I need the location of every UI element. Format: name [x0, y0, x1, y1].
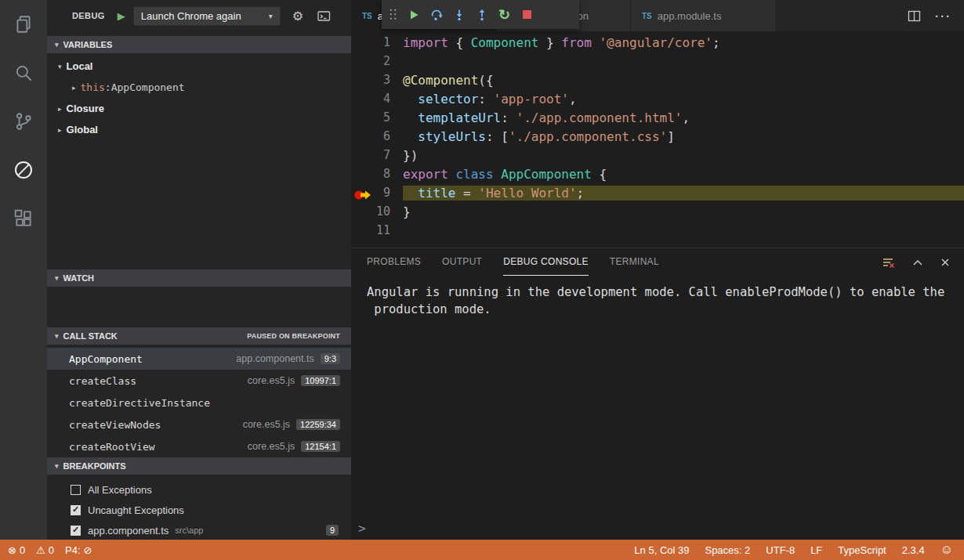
breakpoint-row[interactable]: All Exceptions [47, 479, 351, 500]
extensions-icon[interactable] [0, 194, 47, 243]
status-warnings[interactable]: ⚠0 [36, 544, 54, 556]
panel-tab-problems[interactable]: PROBLEMS [367, 248, 421, 276]
status-perforce[interactable]: P4:⊘ [65, 544, 92, 556]
call-stack-section-header[interactable]: ▾ CALL STACK PAUSED ON BREAKPOINT [47, 327, 351, 345]
gutter[interactable]: 8 [351, 167, 403, 181]
gutter[interactable]: 9 [351, 186, 403, 200]
editor-tab[interactable]: TSapp.module.ts [631, 0, 776, 31]
status-language-mode[interactable]: TypeScript [838, 544, 886, 556]
stop-button[interactable] [516, 4, 538, 26]
gutter[interactable]: 3 [351, 73, 403, 87]
line-number: 2 [383, 54, 390, 68]
call-stack-frame[interactable]: createClasscore.es5.js10997:1 [47, 370, 351, 392]
line-number: 11 [376, 223, 390, 237]
panel-tab-output[interactable]: OUTPUT [442, 248, 482, 276]
explorer-icon[interactable] [0, 0, 47, 49]
split-editor-icon[interactable] [908, 10, 921, 22]
gutter[interactable]: 2 [351, 54, 403, 68]
status-text: TypeScript [838, 544, 886, 556]
code-line[interactable]: 8export class AppComponent { [351, 164, 964, 183]
more-actions-icon[interactable]: ··· [935, 9, 951, 23]
variable-separator: : [105, 81, 111, 93]
gutter[interactable]: 4 [351, 92, 403, 106]
code-text: }) [403, 148, 964, 163]
code-line[interactable]: 1import { Component } from '@angular/cor… [351, 33, 964, 52]
breakpoint-checkbox[interactable] [71, 505, 81, 515]
breakpoints-list: All ExceptionsUncaught Exceptionsapp.com… [47, 475, 351, 540]
gutter[interactable]: 7 [351, 148, 403, 162]
step-into-button[interactable] [448, 4, 470, 26]
panel-tab-debug-console[interactable]: DEBUG CONSOLE [503, 248, 589, 276]
variables-list: ▾Local▸this: AppComponent▸Closure▸Global [47, 53, 351, 269]
code-text: title = 'Hello World'; [403, 186, 964, 201]
debug-console-toggle-icon[interactable] [317, 10, 331, 22]
restart-button[interactable]: ↻ [493, 4, 516, 26]
gutter[interactable]: 10 [351, 204, 403, 219]
status-feedback[interactable]: ☺ [940, 543, 953, 557]
breakpoint-checkbox[interactable] [71, 485, 81, 495]
variable-row[interactable]: ▸this: AppComponent [47, 77, 351, 98]
gutter[interactable]: 1 [351, 35, 403, 49]
status-errors[interactable]: ⊗0 [8, 544, 25, 556]
debug-icon[interactable] [0, 146, 47, 194]
errors-icon: ⊗ [8, 545, 16, 555]
panel-tab-terminal[interactable]: TERMINAL [610, 248, 659, 276]
code-line[interactable]: 10} [351, 202, 964, 221]
code-line[interactable]: 9 title = 'Hello World'; [351, 183, 964, 202]
step-over-button[interactable] [425, 4, 448, 26]
call-stack-frame[interactable]: AppComponentapp.component.ts9:3 [47, 348, 351, 370]
status-text: LF [810, 544, 822, 556]
continue-button[interactable] [402, 4, 425, 26]
breakpoint-row[interactable]: Uncaught Exceptions [47, 500, 351, 520]
call-stack-frame[interactable]: createViewNodescore.es5.js12259:34 [47, 414, 351, 435]
breakpoint-checkbox[interactable] [71, 526, 81, 536]
watch-section-header[interactable]: ▾ WATCH [47, 269, 351, 287]
status-indentation[interactable]: Spaces: 2 [705, 544, 750, 556]
status-typescript-version[interactable]: 2.3.4 [902, 544, 925, 556]
source-control-icon[interactable] [0, 97, 47, 146]
gutter[interactable]: 5 [351, 110, 403, 125]
close-panel-icon[interactable] [940, 258, 950, 267]
vscode-window: DEBUG ▶ Launch Chrome again ▾ ⚙ ▾ VARIAB… [0, 0, 964, 560]
launch-config-dropdown[interactable]: Launch Chrome again ▾ [133, 6, 281, 26]
scope-label: Local [67, 60, 93, 72]
code-line[interactable]: 3@Component({ [351, 70, 964, 89]
maximize-panel-icon[interactable] [912, 258, 923, 266]
status-encoding[interactable]: UTF-8 [766, 544, 795, 556]
call-stack-list: AppComponentapp.component.ts9:3createCla… [47, 345, 351, 457]
call-stack-frame[interactable]: createRootViewcore.es5.js12154:1 [47, 435, 351, 457]
console-prompt[interactable]: > [358, 521, 366, 536]
start-debugging-icon[interactable]: ▶ [118, 10, 125, 22]
variables-scope-row[interactable]: ▸Global [47, 119, 351, 140]
code-line[interactable]: 6 styleUrls: ['./app.component.css'] [351, 127, 964, 146]
code-editor[interactable]: 1import { Component } from '@angular/cor… [351, 31, 964, 247]
code-line[interactable]: 4 selector: 'app-root', [351, 89, 964, 108]
breakpoints-section-header[interactable]: ▾ BREAKPOINTS [47, 457, 351, 475]
line-number: 10 [376, 204, 390, 219]
breakpoint-row[interactable]: app.component.tssrc\app9 [47, 520, 351, 540]
status-text: 0 [49, 544, 54, 556]
variables-scope-row[interactable]: ▾Local [47, 56, 351, 77]
variables-scope-row[interactable]: ▸Closure [47, 98, 351, 119]
twisty-icon: ▾ [58, 63, 62, 70]
code-line[interactable]: 2 [351, 52, 964, 70]
call-stack-frame[interactable]: createDirectiveInstance [47, 392, 351, 414]
gutter[interactable]: 11 [351, 223, 403, 237]
step-out-button[interactable] [470, 4, 493, 26]
variables-section-header[interactable]: ▾ VARIABLES [47, 36, 351, 53]
code-line[interactable]: 5 templateUrl: './app.component.html', [351, 108, 964, 127]
line-number: 7 [383, 148, 390, 162]
status-eol[interactable]: LF [810, 544, 822, 556]
code-text: } [403, 204, 964, 219]
code-line[interactable]: 11 [351, 221, 964, 240]
toolbar-drag-handle[interactable] [389, 8, 398, 21]
code-line[interactable]: 7}) [351, 146, 964, 164]
search-icon[interactable] [0, 49, 47, 97]
editor-group: TSapp.component.tssonTSapp.module.ts ··· [351, 0, 964, 540]
configure-gear-icon[interactable]: ⚙ [292, 9, 303, 23]
gutter[interactable]: 6 [351, 129, 403, 143]
frame-name: createViewNodes [69, 419, 161, 431]
status-cursor-position[interactable]: Ln 5, Col 39 [634, 544, 689, 556]
clear-console-icon[interactable] [882, 256, 895, 269]
tab-label: app.module.ts [658, 10, 722, 22]
